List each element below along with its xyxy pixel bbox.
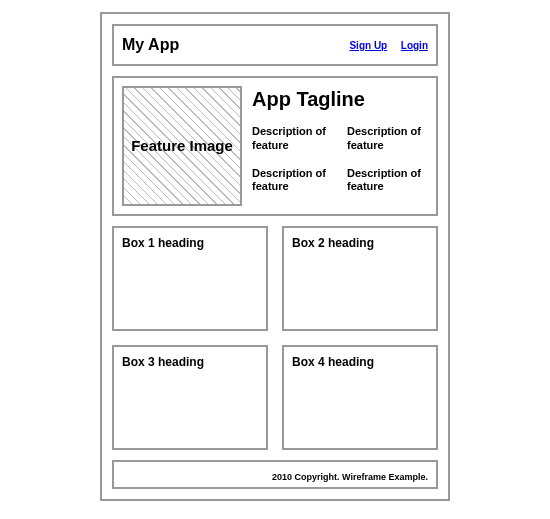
content-box: Box 3 heading (112, 345, 268, 450)
featured-right: App Tagline Description of feature Descr… (252, 86, 428, 206)
feature-image-placeholder: Feature Image (122, 86, 242, 206)
auth-links: Sign Up Login (349, 40, 428, 51)
footer: 2010 Copyright. Wireframe Example. (112, 460, 438, 489)
box-heading: Box 2 heading (292, 236, 428, 250)
feature-description: Description of feature (347, 125, 428, 153)
footer-text: 2010 Copyright. Wireframe Example. (272, 472, 428, 482)
signup-link[interactable]: Sign Up (349, 40, 387, 51)
box-heading: Box 1 heading (122, 236, 258, 250)
content-box: Box 4 heading (282, 345, 438, 450)
feature-description: Description of feature (347, 167, 428, 195)
login-link[interactable]: Login (401, 40, 428, 51)
auth-separator (391, 40, 397, 51)
header: My App Sign Up Login (112, 24, 438, 66)
content-box: Box 1 heading (112, 226, 268, 331)
feature-description: Description of feature (252, 125, 333, 153)
app-title: My App (122, 36, 179, 54)
page-wrapper: My App Sign Up Login Feature Image App T… (100, 12, 450, 501)
featured-inner: Feature Image App Tagline Description of… (122, 86, 428, 206)
feature-image-label: Feature Image (131, 137, 233, 155)
app-tagline: App Tagline (252, 88, 428, 111)
featured-section: Feature Image App Tagline Description of… (112, 76, 438, 216)
feature-description: Description of feature (252, 167, 333, 195)
box-heading: Box 4 heading (292, 355, 428, 369)
box-heading: Box 3 heading (122, 355, 258, 369)
feature-desc-grid: Description of feature Description of fe… (252, 125, 428, 194)
boxes-grid: Box 1 heading Box 2 heading Box 3 headin… (112, 226, 438, 450)
content-box: Box 2 heading (282, 226, 438, 331)
